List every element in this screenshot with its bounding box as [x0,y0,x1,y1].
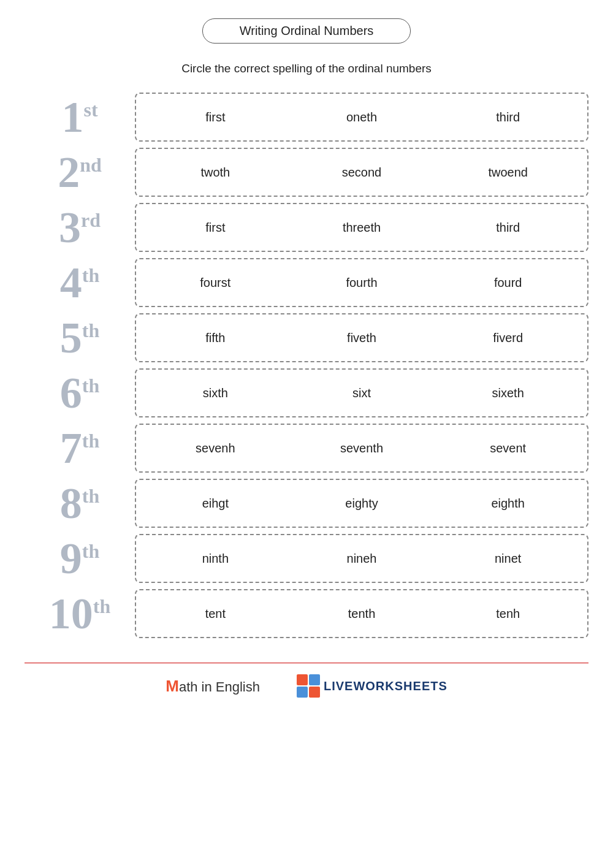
row-2: 2ndtwothsecondtwoend [25,148,588,197]
option-6-2[interactable]: sixt [289,386,435,400]
instruction-text: Circle the correct spelling of the ordin… [181,62,432,75]
ordinal-label-2: 2nd [25,150,135,194]
options-box-2[interactable]: twothsecondtwoend [135,148,588,197]
option-9-3[interactable]: ninet [435,552,581,566]
option-1-3[interactable]: third [435,110,581,124]
ordinal-sup-6: th [82,376,99,395]
footer-M: M [166,677,179,695]
option-9-1[interactable]: ninth [142,552,289,566]
option-5-1[interactable]: fifth [142,331,289,345]
option-1-1[interactable]: first [142,110,289,124]
option-1-2[interactable]: oneth [289,110,435,124]
ordinal-label-4: 4th [25,261,135,305]
ordinal-label-10: 10th [25,592,135,636]
ordinal-num-6: 6 [60,371,82,415]
options-box-8[interactable]: eihgteightyeighth [135,479,588,528]
option-6-1[interactable]: sixth [142,386,289,400]
ordinal-sup-5: th [82,321,99,340]
footer: Math in English LIVEWORKSHEETS [25,663,588,698]
ordinal-num-2: 2 [58,150,80,194]
row-7: 7thsevenhseventhsevent [25,424,588,473]
footer-liveworksheets: LIVEWORKSHEETS [297,674,447,698]
options-box-6[interactable]: sixthsixtsixeth [135,368,588,417]
options-box-7[interactable]: sevenhseventhsevent [135,424,588,473]
ordinal-sup-1: st [83,100,97,120]
page-title: Writing Ordinal Numbers [240,24,374,37]
row-4: 4thfourstfourthfourd [25,258,588,307]
option-9-2[interactable]: nineh [289,552,435,566]
option-8-1[interactable]: eihgt [142,497,289,511]
ordinal-label-7: 7th [25,426,135,470]
ordinal-label-9: 9th [25,536,135,581]
ordinal-sup-9: th [82,541,99,561]
options-box-3[interactable]: firstthreeththird [135,203,588,252]
icon-sq3 [297,687,308,698]
ordinal-num-8: 8 [60,481,82,525]
option-4-1[interactable]: fourst [142,276,289,290]
option-7-1[interactable]: sevenh [142,441,289,455]
option-7-2[interactable]: seventh [289,441,435,455]
liveworksheets-icon [297,674,320,698]
option-7-3[interactable]: sevent [435,441,581,455]
option-2-3[interactable]: twoend [435,166,581,180]
row-9: 9thninthninehninet [25,534,588,583]
option-8-3[interactable]: eighth [435,497,581,511]
ordinal-label-6: 6th [25,371,135,415]
ordinal-sup-4: th [82,265,99,285]
option-10-2[interactable]: tenth [289,607,435,621]
footer-brand: Math in English [166,677,260,696]
option-8-2[interactable]: eighty [289,497,435,511]
ordinal-num-1: 1 [61,95,83,139]
icon-sq2 [309,674,320,685]
option-2-1[interactable]: twoth [142,166,289,180]
ordinal-num-5: 5 [60,316,82,360]
option-10-1[interactable]: tent [142,607,289,621]
ordinal-sup-2: nd [80,155,102,175]
option-4-2[interactable]: fourth [289,276,435,290]
footer-math-text: ath in English [179,679,260,695]
ordinal-num-4: 4 [60,261,82,305]
row-1: 1stfirstoneththird [25,93,588,142]
ordinal-num-7: 7 [60,426,82,470]
ordinal-sup-7: th [82,431,99,451]
option-3-1[interactable]: first [142,221,289,235]
ordinal-label-8: 8th [25,481,135,525]
title-box: Writing Ordinal Numbers [202,18,411,44]
option-6-3[interactable]: sixeth [435,386,581,400]
option-5-2[interactable]: fiveth [289,331,435,345]
row-6: 6thsixthsixtsixeth [25,368,588,417]
options-box-4[interactable]: fourstfourthfourd [135,258,588,307]
ordinal-sup-8: th [82,486,99,506]
row-10: 10thtenttenthtenh [25,589,588,638]
row-3: 3rdfirstthreeththird [25,203,588,252]
ordinal-label-5: 5th [25,316,135,360]
option-5-3[interactable]: fiverd [435,331,581,345]
option-3-3[interactable]: third [435,221,581,235]
option-3-2[interactable]: threeth [289,221,435,235]
row-5: 5thfifthfivethfiverd [25,313,588,362]
options-box-1[interactable]: firstoneththird [135,93,588,142]
options-box-10[interactable]: tenttenthtenh [135,589,588,638]
ordinal-label-3: 3rd [25,205,135,249]
rows-container: 1stfirstoneththird2ndtwothsecondtwoend3r… [25,93,588,638]
options-box-9[interactable]: ninthninehninet [135,534,588,583]
liveworksheets-label: LIVEWORKSHEETS [324,679,447,693]
ordinal-num-10: 10 [49,592,93,636]
ordinal-sup-3: rd [81,210,101,230]
ordinal-num-3: 3 [59,205,81,249]
ordinal-label-1: 1st [25,95,135,139]
ordinal-num-9: 9 [60,536,82,581]
icon-sq1 [297,674,308,685]
option-10-3[interactable]: tenh [435,607,581,621]
ordinal-sup-10: th [93,596,110,616]
options-box-5[interactable]: fifthfivethfiverd [135,313,588,362]
row-8: 8theihgteightyeighth [25,479,588,528]
icon-sq4 [309,687,320,698]
option-4-3[interactable]: fourd [435,276,581,290]
option-2-2[interactable]: second [289,166,435,180]
